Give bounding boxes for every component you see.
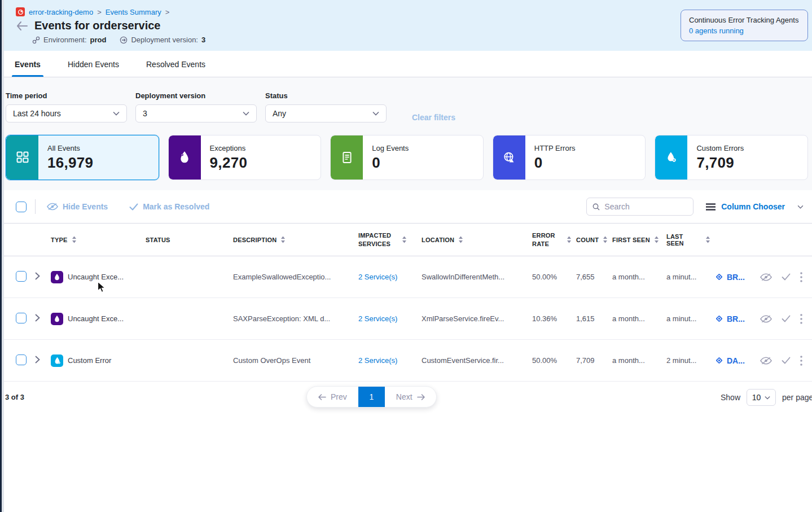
- jira-ticket-icon: [715, 273, 723, 281]
- card-label: Custom Errors: [696, 144, 744, 152]
- search-input[interactable]: [604, 202, 687, 211]
- tab-resolved-events[interactable]: Resolved Events: [145, 60, 207, 77]
- card-exceptions[interactable]: Exceptions 9,270: [168, 135, 322, 180]
- tab-events[interactable]: Events: [14, 60, 42, 77]
- first-seen: a month...: [612, 273, 666, 281]
- col-count: COUNT: [576, 237, 599, 243]
- sort-icon[interactable]: [654, 236, 659, 243]
- clear-filters-button[interactable]: Clear filters: [412, 113, 455, 122]
- deployment-version-value: 3: [201, 36, 205, 44]
- sort-icon[interactable]: [603, 236, 608, 243]
- back-arrow-icon[interactable]: [16, 21, 28, 30]
- card-value: 16,979: [47, 154, 93, 172]
- current-page-button[interactable]: 1: [358, 387, 385, 407]
- card-label: HTTP Errors: [534, 144, 576, 152]
- next-page-button[interactable]: Next: [385, 387, 436, 407]
- expand-row-icon[interactable]: [35, 272, 40, 280]
- event-count: 7,655: [576, 273, 612, 281]
- row-menu-icon[interactable]: [800, 356, 802, 366]
- agents-running-link[interactable]: 0 agents running: [689, 27, 800, 35]
- sort-icon[interactable]: [458, 236, 463, 243]
- time-period-value: Last 24 hours: [13, 109, 61, 118]
- table-row: Custom Error Custom OverOps Event 2 Serv…: [4, 340, 812, 382]
- status-select[interactable]: Any: [265, 104, 387, 122]
- row-menu-icon[interactable]: [800, 272, 802, 282]
- tab-hidden-events[interactable]: Hidden Events: [67, 60, 120, 77]
- card-http-errors[interactable]: HTTP Errors 0: [493, 135, 646, 180]
- resolve-event-icon[interactable]: [782, 315, 791, 322]
- resolve-event-icon[interactable]: [782, 273, 791, 281]
- hide-event-icon[interactable]: [760, 315, 772, 323]
- hide-event-icon[interactable]: [760, 357, 772, 365]
- expand-row-icon[interactable]: [35, 356, 40, 364]
- page-title: Events for orderservice: [34, 19, 160, 32]
- prev-label: Prev: [331, 392, 347, 401]
- arrow-right-icon: [417, 394, 425, 400]
- column-chooser-button[interactable]: Column Chooser: [706, 202, 804, 211]
- event-description: Custom OverOps Event: [233, 356, 358, 365]
- resolve-event-icon[interactable]: [782, 357, 791, 364]
- sort-icon[interactable]: [705, 236, 710, 243]
- card-all-events[interactable]: All Events 16,979: [6, 135, 159, 180]
- col-type: TYPE: [51, 237, 68, 243]
- ticket-link[interactable]: DA...: [727, 356, 745, 365]
- card-value: 7,709: [696, 154, 744, 172]
- agents-status-card: Continuous Error Tracking Agents 0 agent…: [681, 10, 808, 41]
- chevron-down-icon: [372, 111, 379, 116]
- hide-event-icon[interactable]: [760, 273, 772, 281]
- row-menu-icon[interactable]: [800, 314, 802, 324]
- filters-section: Time period Last 24 hours Deployment ver…: [4, 77, 812, 190]
- environment-value: prod: [90, 36, 107, 44]
- card-value: 9,270: [210, 154, 248, 172]
- deployment-version-select[interactable]: 3: [135, 104, 257, 122]
- card-value: 0: [372, 154, 409, 172]
- row-checkbox[interactable]: [16, 271, 27, 282]
- col-impacted-services: IMPACTED SERVICES: [358, 231, 398, 248]
- event-type: Uncaught Exce...: [68, 314, 124, 323]
- search-icon: [592, 203, 600, 211]
- flame-gear-icon: [655, 135, 687, 180]
- summary-cards: All Events 16,979 Exceptions 9,270 Log: [4, 135, 812, 180]
- mark-resolved-button[interactable]: Mark as Resolved: [129, 202, 209, 211]
- hide-events-label: Hide Events: [63, 202, 108, 211]
- impacted-services-link[interactable]: 2 Service(s): [358, 356, 397, 365]
- time-period-select[interactable]: Last 24 hours: [6, 104, 127, 122]
- col-description: DESCRIPTION: [233, 237, 276, 243]
- expand-row-icon[interactable]: [35, 314, 40, 322]
- row-checkbox[interactable]: [16, 313, 27, 323]
- select-all-checkbox[interactable]: [16, 202, 27, 212]
- chevron-down-icon: [765, 396, 770, 400]
- eye-slash-icon: [47, 203, 58, 211]
- table-header-row: TYPE STATUS DESCRIPTION IMPACTED SERVICE…: [4, 223, 812, 256]
- card-log-events[interactable]: Log Events 0: [330, 135, 484, 180]
- sort-icon[interactable]: [280, 236, 286, 243]
- deployment-version-filter-label: Deployment version: [135, 91, 257, 100]
- breadcrumb-project-link[interactable]: error-tracking-demo: [29, 8, 93, 16]
- table-row: Uncaught Exce... ExampleSwallowedExcepti…: [4, 256, 812, 298]
- status-filter-value: Any: [273, 109, 286, 118]
- hide-events-button[interactable]: Hide Events: [47, 202, 108, 211]
- sort-icon[interactable]: [402, 236, 407, 243]
- event-location: XmlParseService.fireEv...: [422, 314, 532, 323]
- per-page-label: per page: [782, 393, 812, 402]
- search-box: [586, 198, 694, 216]
- impacted-services-link[interactable]: 2 Service(s): [358, 314, 397, 323]
- card-custom-errors[interactable]: Custom Errors 7,709: [655, 135, 808, 180]
- pager: Prev 1 Next: [306, 386, 437, 408]
- breadcrumb-section-link[interactable]: Events Summary: [106, 8, 161, 16]
- col-last-seen: LAST SEEN: [666, 233, 701, 247]
- row-checkbox[interactable]: [16, 355, 27, 365]
- page-size-select[interactable]: 10: [747, 389, 776, 406]
- sort-icon[interactable]: [567, 236, 572, 243]
- impacted-services-link[interactable]: 2 Service(s): [358, 273, 397, 281]
- prev-page-button[interactable]: Prev: [307, 387, 358, 407]
- event-count: 7,709: [576, 356, 612, 365]
- last-seen: a minut...: [666, 314, 715, 323]
- ticket-link[interactable]: BR...: [727, 314, 745, 323]
- check-icon: [129, 203, 138, 211]
- tab-bar: Events Hidden Events Resolved Events: [4, 51, 812, 77]
- sort-icon[interactable]: [72, 236, 77, 243]
- toolbar-divider: [35, 199, 36, 214]
- ticket-link[interactable]: BR...: [727, 273, 745, 282]
- card-label: Exceptions: [210, 144, 248, 152]
